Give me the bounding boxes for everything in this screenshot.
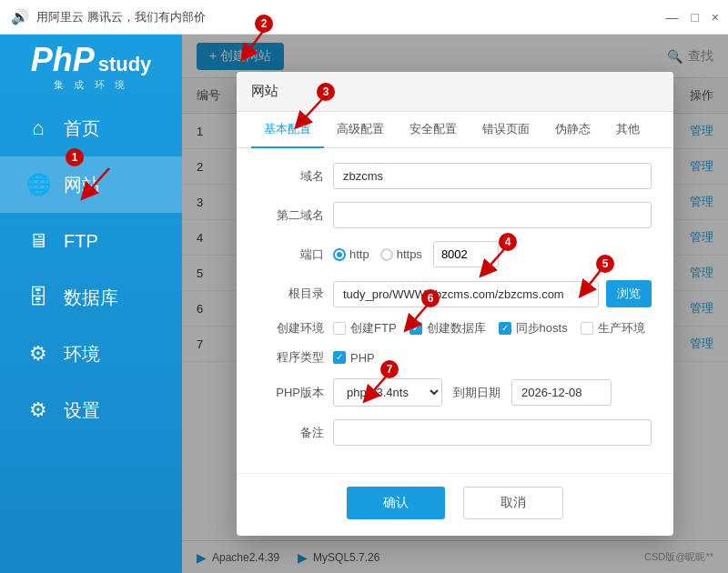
modal-body: 域名 第二域名 端口 (237, 148, 673, 473)
sidebar-item-website-label: 网站 (64, 173, 100, 197)
settings-icon: ⚙ (25, 398, 51, 422)
sidebar-item-database[interactable]: 🗄 数据库 (0, 269, 182, 326)
subdomain-label: 第二域名 (258, 207, 324, 224)
title-bar-controls: — □ × (665, 10, 719, 25)
speaker-icon: 🔊 (11, 8, 29, 25)
radio-http[interactable]: http (333, 247, 369, 261)
checkbox-db-label: 创建数据库 (427, 320, 486, 337)
sidebar-item-ftp-label: FTP (64, 231, 98, 252)
sidebar: PhP study 集 成 环 境 ⌂ 首页 🌐 网站 🖥 FTP (0, 35, 182, 573)
expire-input[interactable] (511, 379, 612, 406)
type-row: 程序类型 ✓ PHP (258, 349, 652, 366)
ftp-icon: 🖥 (25, 229, 51, 253)
phpver-label: PHP版本 (258, 385, 324, 401)
close-button[interactable]: × (712, 10, 719, 25)
rootdir-input[interactable] (333, 281, 599, 307)
create-env-label: 创建环境 (258, 320, 324, 337)
tab-advanced-config[interactable]: 高级配置 (324, 112, 397, 148)
checkbox-db[interactable]: ✓ 创建数据库 (410, 320, 486, 337)
radio-circle-https (380, 248, 393, 261)
tab-error-page[interactable]: 错误页面 (470, 112, 542, 148)
logo-sub: 集 成 环 境 (54, 78, 127, 92)
modal-footer: 确认 取消 (237, 473, 673, 536)
checkbox-php-label: PHP (350, 351, 375, 365)
browse-button[interactable]: 浏览 (606, 280, 652, 307)
sidebar-item-database-label: 数据库 (64, 286, 118, 310)
title-bar-message: 用阿里云 腾讯云，我们有内部价 (36, 9, 206, 25)
sidebar-item-settings[interactable]: ⚙ 设置 (0, 382, 182, 438)
modal-header: 网站 (237, 72, 673, 112)
subdomain-row: 第二域名 (258, 202, 652, 228)
checkbox-ftp-label: 创建FTP (350, 320, 397, 337)
phpver-controls: php7.3.4nts 到期日期 (333, 378, 612, 407)
subdomain-input[interactable] (333, 202, 652, 228)
sidebar-item-website[interactable]: 🌐 网站 (0, 156, 182, 213)
checkbox-db-check: ✓ (412, 324, 420, 333)
domain-label: 域名 (258, 168, 324, 185)
sidebar-item-env-label: 环境 (64, 342, 100, 367)
checkbox-prod-label: 生产环境 (598, 320, 645, 337)
database-icon: 🗄 (25, 286, 51, 309)
checkbox-php[interactable]: ✓ PHP (333, 351, 375, 365)
checkbox-ftp[interactable]: 创建FTP (333, 320, 397, 337)
sidebar-nav: ⌂ 首页 🌐 网站 🖥 FTP 🗄 数据库 ⚙ 环境 (0, 100, 182, 573)
expire-label: 到期日期 (453, 385, 500, 401)
sidebar-item-home-label: 首页 (64, 116, 100, 141)
home-icon: ⌂ (25, 116, 51, 140)
rootdir-label: 根目录 (258, 286, 324, 302)
type-label: 程序类型 (258, 349, 324, 366)
port-input[interactable] (433, 241, 499, 267)
note-row: 备注 (258, 419, 652, 446)
type-checkboxes: ✓ PHP (333, 351, 375, 365)
rootdir-row: 根目录 浏览 (258, 280, 652, 307)
note-label: 备注 (258, 425, 324, 441)
sidebar-item-env[interactable]: ⚙ 环境 (0, 326, 182, 382)
sidebar-item-ftp[interactable]: 🖥 FTP (0, 213, 182, 269)
checkbox-hosts[interactable]: ✓ 同步hosts (499, 320, 568, 337)
env-icon: ⚙ (25, 342, 51, 366)
maximize-button[interactable]: □ (691, 10, 698, 25)
radio-dot-http (337, 252, 342, 257)
website-icon: 🌐 (25, 173, 51, 196)
checkbox-hosts-label: 同步hosts (516, 320, 568, 337)
port-label: 端口 (258, 246, 324, 263)
radio-circle-http (333, 248, 346, 261)
modal-overlay: 网站 基本配置 高级配置 安全配置 错误页面 伪静态 其他 (182, 35, 728, 573)
note-input[interactable] (333, 419, 652, 446)
checkbox-prod[interactable]: 生产环境 (581, 320, 645, 337)
rootdir-input-row: 浏览 (333, 280, 652, 307)
title-bar: 🔊 用阿里云 腾讯云，我们有内部价 — □ × (0, 0, 728, 35)
modal: 网站 基本配置 高级配置 安全配置 错误页面 伪静态 其他 (237, 72, 673, 536)
radio-https[interactable]: https (380, 247, 422, 261)
sidebar-item-home[interactable]: ⌂ 首页 (0, 100, 182, 156)
radio-https-label: https (397, 247, 422, 261)
port-row: 端口 http https (258, 241, 652, 267)
content-area: + 创建网站 🔍 查找 编号 网站 操作 1 (182, 35, 728, 573)
sidebar-logo: PhP study 集 成 环 境 (0, 35, 182, 100)
domain-input[interactable] (333, 163, 652, 189)
checkbox-ftp-box (333, 322, 346, 335)
checkbox-php-check: ✓ (336, 353, 343, 362)
tab-pseudo-static[interactable]: 伪静态 (542, 112, 603, 148)
phpver-row: PHP版本 php7.3.4nts 到期日期 (258, 378, 652, 407)
tab-basic-config[interactable]: 基本配置 (251, 112, 324, 148)
minimize-button[interactable]: — (665, 10, 678, 25)
logo-block: PhP study 集 成 环 境 (31, 44, 152, 92)
port-options: http https (333, 241, 499, 267)
checkbox-php-box: ✓ (333, 351, 346, 364)
tab-other[interactable]: 其他 (603, 112, 652, 148)
env-checkboxes: 创建FTP ✓ 创建数据库 ✓ (333, 320, 645, 337)
app-container: 🔊 用阿里云 腾讯云，我们有内部价 — □ × PhP study 集 成 环 … (0, 0, 728, 573)
tab-security-config[interactable]: 安全配置 (397, 112, 470, 148)
create-env-row: 创建环境 创建FTP ✓ 创建数据库 (258, 320, 652, 337)
cancel-button[interactable]: 取消 (463, 487, 563, 519)
main-layout: PhP study 集 成 环 境 ⌂ 首页 🌐 网站 🖥 FTP (0, 35, 728, 573)
phpver-select[interactable]: php7.3.4nts (333, 378, 442, 407)
confirm-button[interactable]: 确认 (347, 487, 445, 519)
logo-wrap: PhP study (31, 44, 152, 76)
checkbox-db-box: ✓ (410, 322, 422, 335)
modal-tabs: 基本配置 高级配置 安全配置 错误页面 伪静态 其他 (237, 112, 673, 148)
checkbox-hosts-check: ✓ (501, 324, 509, 333)
logo-study: study (98, 53, 152, 76)
title-bar-left: 🔊 用阿里云 腾讯云，我们有内部价 (11, 8, 206, 25)
